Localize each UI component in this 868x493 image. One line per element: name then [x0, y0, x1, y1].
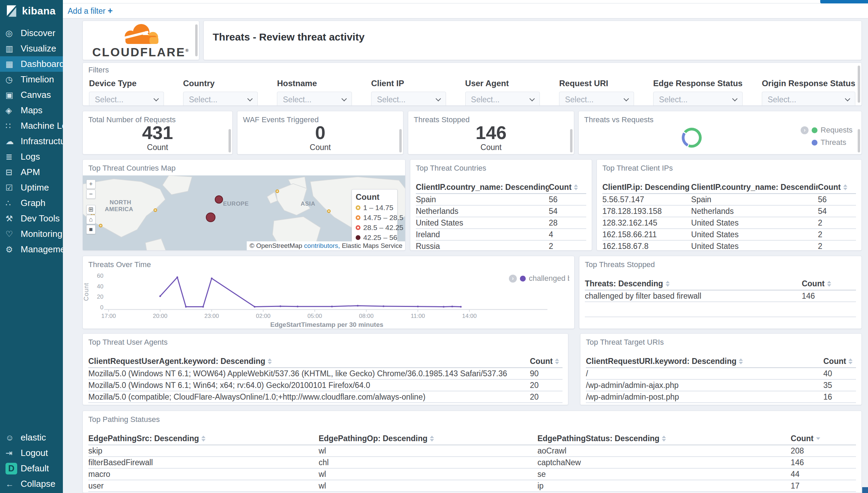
table-row[interactable]: Mozilla/5.0 (compatible; MSIE 9.0; Windo… [88, 403, 563, 405]
plus-icon: + [108, 6, 113, 15]
table-row[interactable]: Mozilla/5.0 (Windows NT 6.1; Win64; x64;… [88, 380, 563, 391]
column-header[interactable]: ClientIP.country_name: Descending [691, 183, 818, 192]
table-row[interactable]: 162.158.66.211 United States 2 [602, 229, 856, 241]
threats-vs-requests-donut[interactable] [682, 128, 702, 148]
legend-expand-icon[interactable]: › [509, 275, 517, 283]
add-filter-link[interactable]: Add a filter + [68, 6, 113, 16]
table-row[interactable]: skip wl aoCrawl 208 [88, 445, 856, 457]
table-row[interactable]: Russia 2 [416, 241, 586, 251]
legend-label[interactable]: Threats [821, 138, 846, 147]
table-row[interactable]: challenged by filter based firewall 146 [585, 290, 856, 302]
panel-scrollbar[interactable] [399, 129, 402, 152]
column-header[interactable]: Count [802, 279, 856, 288]
user-icon: ☺ [5, 434, 17, 442]
panel-scrollbar[interactable] [570, 129, 572, 152]
sidebar-item-collapse[interactable]: ← Collapse [0, 476, 63, 492]
metric-value: 431 [142, 123, 173, 142]
column-header[interactable]: EdgePathingSrc: Descending [88, 434, 319, 443]
column-header[interactable]: Count [818, 183, 856, 192]
filter-select[interactable]: Select... [183, 92, 258, 106]
sidebar-item[interactable]: ▦ Dashboard [0, 56, 63, 72]
column-header[interactable]: Count [549, 183, 586, 192]
sidebar-item-icon: ≣ [5, 153, 17, 161]
legend-expand-icon[interactable]: › [801, 126, 809, 134]
sidebar-item[interactable]: ≣ Logs [0, 149, 63, 164]
column-header[interactable]: Count [823, 357, 856, 366]
threats-over-time-chart[interactable]: 020406017:0020:0023:0002:0005:0008:0011:… [83, 256, 575, 329]
column-header[interactable]: Count [530, 357, 563, 366]
svg-text:05:00: 05:00 [308, 313, 322, 319]
sidebar-item[interactable]: ⊟ APM [0, 164, 63, 180]
space-badge: D [5, 463, 17, 474]
table-row[interactable]: Ireland 4 [416, 229, 586, 241]
world-map[interactable]: NORTH AMERICA EUROPE ASIA + − ⊞ ⌂ ■ Coun… [83, 175, 405, 250]
table-row[interactable]: United States 28 [416, 217, 586, 229]
panel-scrollbar[interactable] [229, 129, 231, 152]
sidebar-item[interactable]: ◎ Discover [0, 25, 63, 41]
map-crop-tool-button[interactable]: ⊞ [86, 205, 96, 214]
table-row[interactable]: /wp-admin/admin-post.php 16 [586, 391, 856, 403]
column-header[interactable]: Count [791, 434, 856, 443]
filter-select[interactable]: Select... [653, 92, 743, 106]
map-zoom-in-button[interactable]: + [86, 180, 96, 189]
panel-threats-stopped-metric: Threats Stopped 146 Count [408, 111, 574, 154]
filter-select[interactable]: Select... [559, 92, 634, 106]
filter-select[interactable]: Select... [89, 92, 164, 106]
legend-label[interactable]: Requests [821, 126, 853, 135]
panel-scrollbar[interactable] [195, 24, 198, 56]
sidebar-item-logout[interactable]: ⇥ Logout [0, 445, 63, 461]
filter-label: Edge Response Status [653, 79, 743, 88]
sidebar-item[interactable]: ☑ Uptime [0, 180, 63, 195]
filter-select[interactable]: Select... [465, 92, 540, 106]
update-button-fragment[interactable] [820, 0, 868, 3]
filter-select[interactable]: Select... [371, 92, 446, 106]
table-row[interactable]: macro wl se 44 [88, 469, 856, 480]
filter-select[interactable]: Select... [762, 92, 855, 106]
column-header[interactable]: ClientIP.ip: Descending [602, 183, 691, 192]
sidebar-item[interactable]: ♡ Monitoring [0, 226, 63, 242]
sidebar-item[interactable]: ◈ Maps [0, 103, 63, 118]
sidebar-item[interactable]: ⚙ Management [0, 242, 63, 257]
column-header[interactable]: ClientRequestURI.keyword: Descending [586, 357, 823, 366]
kibana-logo[interactable]: kibana [0, 0, 63, 22]
column-header[interactable]: EdgePathingOp: Descending [319, 434, 537, 443]
svg-text:02:00: 02:00 [256, 313, 271, 319]
sidebar-item-user[interactable]: ☺ elastic [0, 430, 63, 445]
sidebar-item[interactable]: ▣ Canvas [0, 87, 63, 103]
table-row[interactable]: 178.128.193.158 Netherlands 54 [602, 206, 856, 217]
sidebar-item[interactable]: ▥ Visualize [0, 41, 63, 56]
panel-scrollbar[interactable] [858, 129, 860, 152]
sidebar-item[interactable]: ∴ Graph [0, 195, 63, 211]
table-row[interactable]: /wp-admin/admin-ajax.php?action=update_z… [586, 403, 856, 405]
table-row[interactable]: filterBasedFirewall chl captchaNew 146 [88, 457, 856, 469]
sidebar-item-label: Infrastructure [21, 136, 63, 147]
table-row[interactable]: Spain 56 [416, 194, 586, 206]
sidebar-item[interactable]: ☁ Infrastructure [0, 134, 63, 149]
table-row[interactable]: / 40 [586, 368, 856, 380]
map-zoom-out-button[interactable]: − [86, 190, 96, 199]
column-header[interactable]: ClientIP.country_name: Descending [416, 183, 549, 192]
table-row[interactable]: Mozilla/5.0 (compatible; CloudFlare-Alwa… [88, 391, 563, 403]
map-polygon-tool-button[interactable]: ⌂ [86, 215, 96, 224]
query-bar-remnant [63, 0, 868, 3]
table-row[interactable]: user wl ip 17 [88, 480, 856, 492]
map-rectangle-tool-button[interactable]: ■ [86, 225, 96, 234]
sidebar-item[interactable]: ⚒ Dev Tools [0, 211, 63, 226]
column-header[interactable]: Threats: Descending [585, 279, 802, 288]
attribution-link[interactable]: contributors, [304, 242, 340, 249]
panel-scrollbar[interactable] [858, 66, 860, 103]
table-row[interactable]: 162.158.67.8 United States 2 [602, 241, 856, 251]
svg-text:20: 20 [97, 294, 103, 300]
table-row[interactable]: /wp-admin/admin-ajax.php 35 [586, 380, 856, 391]
filter-select[interactable]: Select... [277, 92, 352, 106]
table-row[interactable]: Netherlands 54 [416, 206, 586, 217]
column-header[interactable]: EdgePathingStatus: Descending [537, 434, 791, 443]
sidebar-item[interactable]: ∷ Machine Le... [0, 118, 63, 134]
table-row[interactable]: 128.32.162.145 United States 2 [602, 217, 856, 229]
table-row[interactable]: 5.56.57.147 Spain 56 [602, 194, 856, 206]
table-row[interactable]: Mozilla/5.0 (Windows NT 6.1; WOW64) Appl… [88, 368, 563, 380]
sidebar-item[interactable]: ◷ Timelion [0, 72, 63, 87]
column-header[interactable]: ClientRequestUserAgent.keyword: Descendi… [88, 357, 530, 366]
sidebar-item-space-default[interactable]: D Default [0, 461, 63, 476]
legend-label[interactable]: challenged b... [529, 274, 569, 283]
